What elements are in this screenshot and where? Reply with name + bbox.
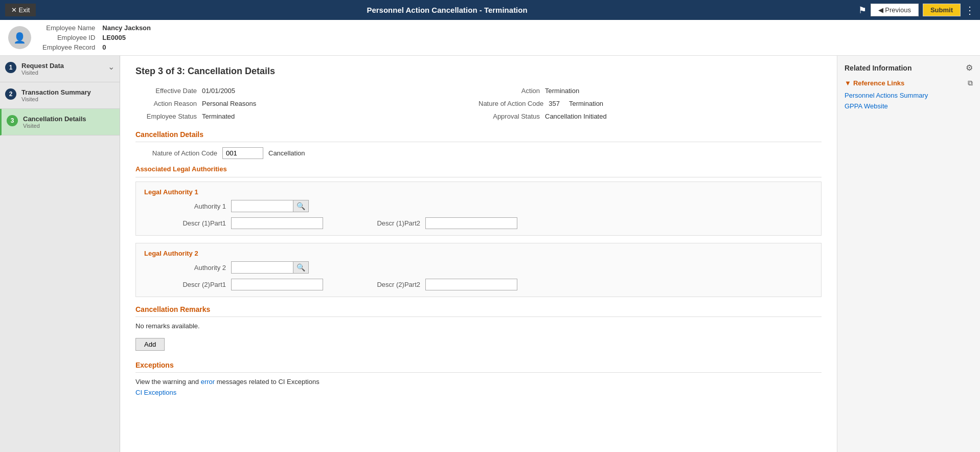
flag-icon[interactable]: ⚑ [858,5,867,16]
descr2-row: Descr (2)Part1 Descr (2)Part2 [144,279,813,290]
submit-button[interactable]: Submit [923,4,961,16]
descr2-part2-input[interactable] [425,279,517,290]
step1-status: Visited [21,70,64,76]
employee-status-label: Employee Status [135,112,197,120]
action-reason-row: Action Reason Personal Reasons [135,100,478,107]
sidebar: 1 Request Data Visited ⌄ 2 Transaction S… [0,56,120,452]
employee-record-value: 0 [100,43,153,52]
avatar: 👤 [8,26,31,49]
employee-record-label: Employee Record [40,43,99,52]
action-reason-label: Action Reason [135,100,197,107]
employee-id-value: LE0005 [100,33,153,42]
ref-links-title-text: Reference Links [853,79,904,87]
exceptions-description: View the warning and error messages rela… [135,378,822,386]
right-panel-header: Related Information ⚙ [845,63,973,73]
noa-field-label: Nature of Action Code [135,149,217,157]
employee-details: Employee Name Nancy Jackson Employee ID … [39,22,154,53]
action-row: Action Termination [478,87,822,95]
more-options-icon[interactable]: ⋮ [965,4,975,16]
info-grid: Effective Date 01/01/2005 Action Termina… [135,87,822,120]
action-label: Action [478,87,540,95]
descr2-part2-label: Descr (2)Part2 [338,281,420,288]
descr2-part1-label: Descr (2)Part1 [144,281,226,288]
noa-field-desc: Cancellation [268,149,305,157]
authority2-label: Authority 2 [144,264,226,272]
associated-legal-title: Associated Legal Authorities [135,165,822,173]
sidebar-item-transaction-summary[interactable]: 2 Transaction Summary Visited [0,82,120,109]
noa-field-row: Nature of Action Code Cancellation [135,147,822,159]
step1-name: Request Data [21,62,64,70]
exceptions-error-link[interactable]: error [201,378,215,386]
exceptions-text-prefix: View the warning and [135,378,199,386]
noa-label: Nature of Action Code [478,100,543,107]
page-heading: Step 3 of 3: Cancellation Details [135,66,822,77]
sidebar-item-request-data[interactable]: 1 Request Data Visited ⌄ [0,56,120,82]
authority2-search-wrap: 🔍 [231,261,309,274]
ci-exceptions-link[interactable]: CI Exceptions [135,389,176,396]
ref-links-title[interactable]: ▼ Reference Links [845,79,904,87]
employee-name-value: Nancy Jackson [100,24,153,32]
sidebar-item-cancellation-details[interactable]: 3 Cancellation Details Visited [0,109,120,135]
employee-status-row: Employee Status Terminated [135,112,478,120]
top-bar: ✕ Exit Personnel Action Cancellation - T… [0,0,980,20]
approval-status-row: Approval Status Cancellation Initiated [478,112,822,120]
descr1-part1-label: Descr (1)Part1 [144,219,226,227]
content-area: Step 3 of 3: Cancellation Details Effect… [120,56,837,452]
noa-value: 357 [549,100,560,107]
no-remarks-text: No remarks available. [135,322,822,330]
employee-name-label: Employee Name [40,24,99,32]
approval-status-label: Approval Status [478,112,540,120]
descr1-part2-label: Descr (1)Part2 [338,219,420,227]
descr1-row: Descr (1)Part1 Descr (1)Part2 [144,217,813,229]
ref-link-personnel-actions[interactable]: Personnel Actions Summary [845,92,973,99]
step3-status: Visited [23,123,86,129]
cancellation-remarks-title: Cancellation Remarks [135,305,822,317]
authority2-input[interactable] [232,262,293,273]
main-layout: 1 Request Data Visited ⌄ 2 Transaction S… [0,56,980,452]
authority1-row: Authority 1 🔍 [144,200,813,212]
authority1-label: Authority 1 [144,202,226,210]
exceptions-title: Exceptions [135,361,822,373]
effective-date-value: 01/01/2005 [202,87,235,95]
employee-status-value: Terminated [202,112,235,120]
authority2-search-button[interactable]: 🔍 [293,262,308,273]
employee-info-bar: 👤 Employee Name Nancy Jackson Employee I… [0,20,980,56]
action-reason-value: Personal Reasons [202,100,256,107]
copy-icon[interactable]: ⧉ [968,79,973,87]
noa-desc: Termination [569,100,603,107]
legal2-title: Legal Authority 2 [144,250,813,257]
effective-date-label: Effective Date [135,87,197,95]
step2-name: Transaction Summary [21,88,91,96]
step3-name: Cancellation Details [23,115,86,123]
descr1-part1-input[interactable] [231,217,323,229]
step-num-2: 2 [5,88,16,100]
gear-icon[interactable]: ⚙ [966,63,973,73]
employee-id-label: Employee ID [40,33,99,42]
authority1-search-wrap: 🔍 [231,200,309,212]
step-num-1: 1 [5,62,16,73]
noa-field-input[interactable] [222,147,263,159]
triangle-icon: ▼ [845,79,851,87]
legal-authority-1-box: Legal Authority 1 Authority 1 🔍 Descr (1… [135,182,822,236]
exceptions-text-suffix: messages related to CI Exceptions [217,378,320,386]
ref-link-gppa-website[interactable]: GPPA Website [845,102,973,110]
related-info-title: Related Information [845,64,911,72]
reference-links-section: ▼ Reference Links ⧉ Personnel Actions Su… [845,79,973,110]
add-button[interactable]: Add [135,338,165,351]
step-num-3: 3 [7,115,18,126]
previous-button[interactable]: ◀ Previous [871,4,919,16]
authority1-input[interactable] [232,201,293,212]
top-bar-actions: ⚑ ◀ Previous Submit ⋮ [858,4,975,16]
authority1-search-button[interactable]: 🔍 [293,200,308,212]
descr2-part1-input[interactable] [231,279,323,290]
noa-row: Nature of Action Code 357 Termination [478,100,822,107]
exit-button[interactable]: ✕ Exit [5,4,36,16]
step2-status: Visited [21,96,91,102]
right-panel: Related Information ⚙ ▼ Reference Links … [837,56,980,452]
ref-links-header: ▼ Reference Links ⧉ [845,79,973,87]
page-title-bar: Personnel Action Cancellation - Terminat… [36,6,858,14]
descr1-part2-input[interactable] [425,217,517,229]
legal1-title: Legal Authority 1 [144,188,813,196]
cancellation-details-title: Cancellation Details [135,130,822,142]
chevron-down-icon: ⌄ [108,62,115,72]
